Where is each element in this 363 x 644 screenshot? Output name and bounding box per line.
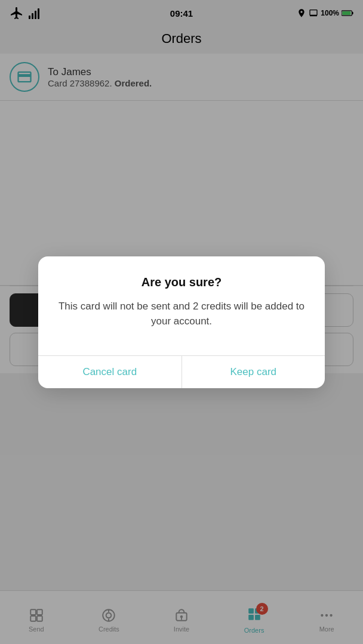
dialog-title: Are you sure? bbox=[55, 275, 308, 289]
dialog-body: Are you sure? This card will not be sent… bbox=[38, 256, 325, 341]
confirmation-dialog: Are you sure? This card will not be sent… bbox=[38, 256, 325, 388]
cancel-card-dialog-button[interactable]: Cancel card bbox=[38, 356, 182, 388]
keep-card-dialog-button[interactable]: Keep card bbox=[182, 356, 325, 388]
dialog-actions: Cancel card Keep card bbox=[38, 355, 325, 388]
dialog-message: This card will not be sent and 2 credits… bbox=[55, 299, 308, 329]
modal-overlay: Are you sure? This card will not be sent… bbox=[0, 0, 363, 644]
